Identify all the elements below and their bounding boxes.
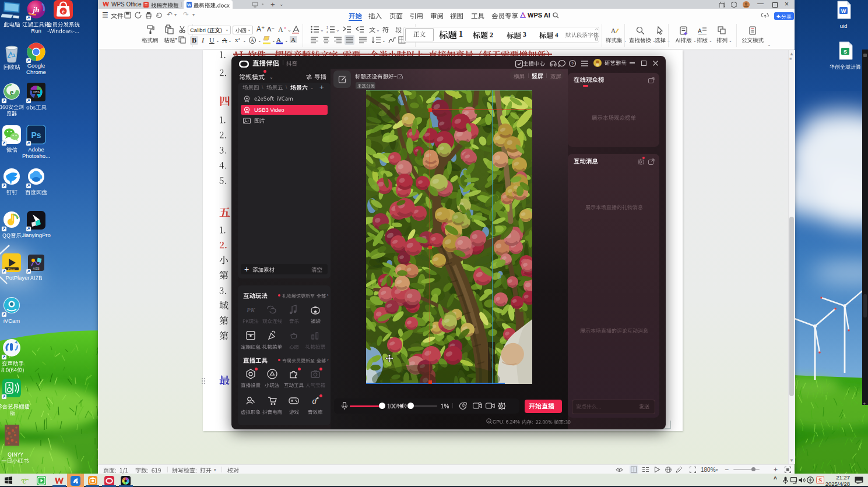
svg-text:1: 1 <box>326 26 328 29</box>
svg-text:A: A <box>278 26 283 34</box>
svg-text:e: e <box>22 475 26 485</box>
svg-text:d: d <box>312 397 317 405</box>
svg-text:W: W <box>841 8 846 14</box>
svg-text:A: A <box>251 38 254 43</box>
svg-text:AIZB: AIZB <box>33 267 40 270</box>
svg-text:Player: Player <box>8 268 16 271</box>
svg-text:PK: PK <box>247 306 255 313</box>
svg-text:OBS: OBS <box>33 90 40 94</box>
svg-text:+: + <box>488 419 490 423</box>
svg-text:2: 2 <box>326 30 328 33</box>
svg-text:S: S <box>844 49 847 55</box>
svg-text:A: A <box>698 28 702 34</box>
svg-text:W: W <box>187 2 192 8</box>
svg-text:Ps: Ps <box>31 130 41 140</box>
svg-text:?: ? <box>571 61 574 66</box>
svg-text:e: e <box>62 9 64 15</box>
svg-text:e: e <box>10 88 13 97</box>
svg-text:A: A <box>276 36 281 43</box>
svg-text:A: A <box>611 27 616 34</box>
svg-text:S: S <box>818 477 822 484</box>
svg-text:jh: jh <box>32 5 40 14</box>
